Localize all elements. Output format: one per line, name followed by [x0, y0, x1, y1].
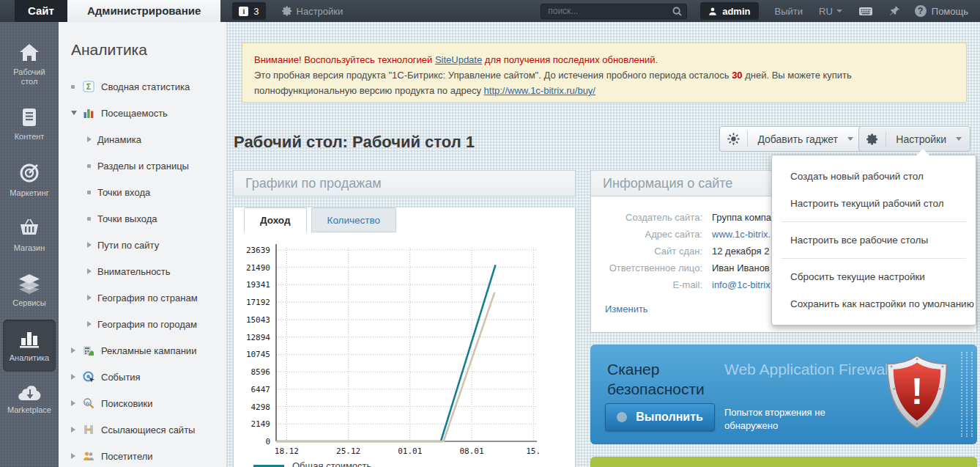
security-scanner-widget: Сканер безопасности Web Application Fire… — [590, 345, 977, 444]
analytics-icon — [18, 328, 40, 349]
nav-item-marketplace[interactable]: Marketplace — [3, 375, 56, 424]
menu-item-create-desktop[interactable]: Создать новый рабочий стол — [772, 163, 976, 190]
nav-item-content[interactable]: Контент — [3, 98, 56, 150]
user-name: admin — [722, 6, 750, 17]
sidebar-item-geo-countries[interactable]: География по странам — [71, 284, 226, 311]
left-nav-rail: Рабочий стол Контент Маркетинг Магазин С… — [0, 22, 59, 467]
language-select[interactable]: RU — [819, 6, 842, 17]
nav-item-label: Рабочий стол — [4, 67, 54, 87]
arrow-marker — [87, 242, 97, 248]
nav-item-desktop[interactable]: Рабочий стол — [3, 34, 56, 95]
nav-item-marketing[interactable]: Маркетинг — [3, 153, 56, 207]
menu-item-reset-settings[interactable]: Сбросить текущие настройки — [772, 263, 976, 290]
arrow-marker — [87, 268, 97, 274]
user-button[interactable]: admin — [700, 2, 758, 20]
help-label: Помощь — [932, 6, 968, 17]
arrow-marker — [71, 400, 81, 406]
site-url-link[interactable]: www.1c-bitrix. — [712, 229, 771, 240]
sidebar-item-visitors[interactable]: Посетители — [71, 443, 226, 467]
trial-warning-banner: Внимание! Воспользуйтесь технологией Sit… — [242, 43, 967, 103]
sidebar-item-dynamics[interactable]: Динамика — [71, 126, 226, 152]
add-gadget-label: Добавить гаджет — [748, 133, 847, 145]
add-gadget-button[interactable]: Добавить гаджет — [719, 126, 862, 152]
svg-text:23639: 23639 — [246, 246, 270, 255]
nav-item-store[interactable]: Магазин — [3, 210, 56, 262]
edit-link[interactable]: Изменить — [605, 304, 648, 315]
waf-subtitle: Web Application Firewall — [724, 359, 893, 379]
bullet-marker — [71, 85, 81, 89]
bitrix-admin-app: Сайт Администрирование i 3 Настройки adm… — [0, 0, 980, 467]
arrow-marker — [71, 374, 81, 380]
sidebar-item-attention[interactable]: Внимательность — [71, 258, 226, 284]
page-title: Рабочий стол: Рабочий стол 1 — [234, 133, 475, 152]
services-icon — [18, 273, 41, 294]
bullet-marker — [87, 217, 97, 221]
sidebar-item-search-engines[interactable]: w Поисковики — [71, 390, 226, 416]
sidebar-item-referring-sites[interactable]: Ссылающиеся сайты — [71, 416, 226, 443]
site-creator-value: Группа компа — [712, 212, 771, 223]
progress-circle-icon — [617, 412, 627, 422]
search-icon[interactable] — [672, 6, 683, 19]
chart-legend: Общая стоимость — [253, 460, 575, 467]
siteupdate-link[interactable]: SiteUpdate — [435, 54, 482, 65]
sidebar-item-exit-points[interactable]: Точки выхода — [71, 205, 226, 232]
row-label: Ответственное лицо: — [591, 262, 702, 273]
arrow-marker — [71, 348, 81, 353]
search-input[interactable] — [541, 4, 687, 19]
sidebar-item-summary-stats[interactable]: Σ Сводная статистика — [71, 73, 226, 100]
menu-item-configure-all[interactable]: Настроить все рабочие столы — [772, 227, 976, 254]
desktop-settings-button[interactable]: Настройки — [858, 126, 970, 152]
bullet-marker — [87, 164, 97, 168]
svg-text:6447: 6447 — [251, 385, 271, 394]
svg-text:15.: 15. — [526, 446, 541, 456]
svg-text:10745: 10745 — [246, 350, 270, 359]
sidebar-item-events[interactable]: События — [71, 364, 226, 390]
svg-text:17192: 17192 — [246, 298, 270, 307]
logout-link[interactable]: Выйти — [775, 6, 803, 17]
chevron-down-icon — [836, 10, 842, 12]
menu-item-configure-current[interactable]: Настроить текущий рабочий стол — [772, 190, 976, 217]
legend-label: Общая стоимость — [292, 460, 371, 467]
trial-days-left: 30 — [732, 70, 742, 81]
notifications-button[interactable]: i 3 — [232, 2, 265, 20]
menu-item-save-default[interactable]: Сохранить как настройки по умолчанию — [772, 290, 976, 317]
keyboard-icon[interactable] — [858, 6, 873, 17]
site-email-link[interactable]: info@1c-bitrix — [712, 279, 771, 290]
sidebar-title: Аналитика — [71, 41, 226, 59]
next-widget-edge — [590, 457, 977, 467]
nav-item-analytics[interactable]: Аналитика — [3, 320, 56, 372]
sidebar-item-sections-pages[interactable]: Разделы и страницы — [71, 152, 226, 179]
chart-tabs: Доход Количество — [244, 207, 575, 232]
visitors-icon — [83, 450, 94, 462]
tab-site[interactable]: Сайт — [15, 0, 67, 22]
store-icon — [18, 218, 41, 239]
help-link[interactable]: ? Помощь — [915, 5, 968, 17]
tab-quantity[interactable]: Количество — [311, 207, 397, 232]
content-icon — [20, 107, 39, 128]
intrusion-status: Попыток вторжения не обнаружено — [724, 406, 849, 433]
tab-administration[interactable]: Администрирование — [67, 0, 220, 22]
pin-icon[interactable] — [889, 5, 900, 17]
sidebar-item-entry-points[interactable]: Точки входа — [71, 179, 226, 205]
nav-item-services[interactable]: Сервисы — [3, 265, 56, 317]
expanded-marker — [71, 111, 81, 115]
run-scan-button[interactable]: Выполнить — [605, 403, 715, 431]
tab-income[interactable]: Доход — [244, 207, 307, 232]
notifications-count: 3 — [253, 6, 259, 17]
chevron-down-icon — [847, 137, 853, 141]
summary-stats-icon: Σ — [83, 81, 94, 92]
row-label: Адрес сайта: — [591, 229, 702, 240]
home-icon — [18, 43, 41, 63]
topbar-settings-link[interactable]: Настройки — [282, 6, 344, 17]
sidebar-item-geo-cities[interactable]: География по городам — [71, 311, 226, 337]
run-scan-label: Выполнить — [636, 411, 703, 424]
sidebar-item-ad-campaigns[interactable]: Рекламные кампании — [71, 337, 226, 364]
sidebar-item-traffic[interactable]: Посещаемость — [71, 100, 226, 126]
user-icon — [708, 7, 717, 16]
sales-chart-widget: Графики по продажам Доход Количество 021… — [233, 170, 576, 467]
sidebar-item-site-paths[interactable]: Пути по сайту — [71, 232, 226, 258]
banner-line1-suffix: для получения последних обновлений. — [482, 54, 658, 65]
menu-divider — [782, 221, 966, 222]
buy-link[interactable]: http://www.1c-bitrix.ru/buy/ — [484, 85, 595, 96]
analytics-sidebar: Аналитика Σ Сводная статистика Посещаемо… — [59, 22, 227, 467]
